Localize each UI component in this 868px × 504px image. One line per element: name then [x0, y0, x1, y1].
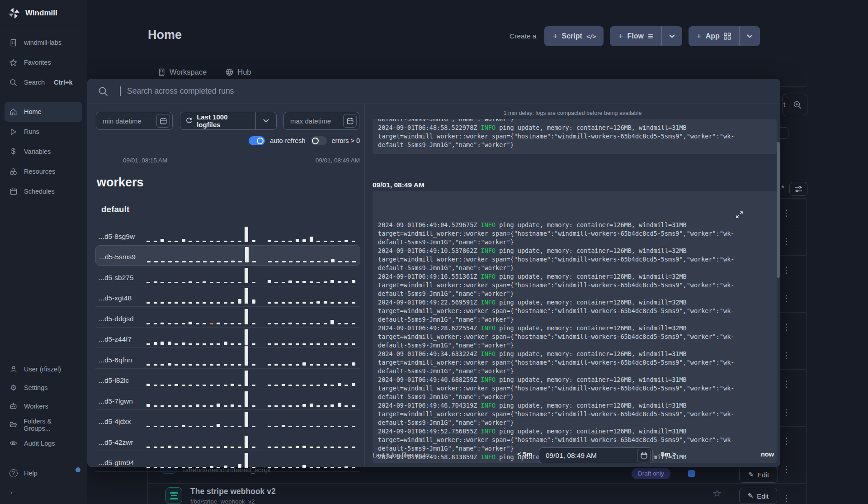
item-title: The stripe webhook v2 — [190, 487, 276, 496]
partial-button[interactable] — [779, 127, 788, 139]
back-5m-button[interactable]: < 5m — [517, 451, 532, 458]
plus-icon: + — [618, 31, 623, 41]
filter-settings-button[interactable] — [789, 182, 807, 196]
sidebar-item-settings[interactable]: ⚙ Settings — [0, 378, 87, 397]
settings-label: Settings — [24, 384, 47, 391]
kebab-menu-icon[interactable]: ⋮ — [782, 323, 791, 331]
kebab-menu-icon[interactable]: ⋮ — [782, 351, 791, 360]
brand[interactable]: Windmill — [0, 0, 87, 26]
expand-icon[interactable] — [736, 194, 773, 235]
tab-workspace[interactable]: Workspace — [158, 68, 207, 76]
sidebar-item-search[interactable]: Search Ctrl+k — [0, 72, 87, 92]
search-runs-button[interactable]: t — [782, 94, 807, 116]
sidebar-divider — [0, 97, 87, 97]
scrollbar-thumb[interactable] — [777, 142, 780, 278]
menu-icon: ≡ — [648, 31, 653, 42]
now-button[interactable]: now — [761, 451, 774, 458]
home-label: Home — [24, 108, 42, 115]
sidebar-item-home[interactable]: Home — [5, 102, 82, 122]
kebab-menu-icon[interactable]: ⋮ — [782, 266, 791, 274]
worker-id: ...d5-8sg9w — [99, 233, 135, 241]
create-flow-dropdown-button[interactable] — [661, 26, 682, 46]
worker-id: ...d5-l82lc — [99, 376, 129, 385]
list-item-flow[interactable]: The stripe webhook v2 f/bd/stripe_webhoo… — [148, 484, 806, 504]
sidebar-item-runs[interactable]: Runs — [0, 122, 87, 142]
plus-icon: + — [697, 31, 702, 41]
create-app-button[interactable]: + App — [689, 26, 739, 46]
variables-label: Variables — [24, 148, 51, 155]
worker-id: ...d5-42zwr — [99, 438, 133, 447]
create-flow-button[interactable]: + Flow ≡ — [610, 26, 661, 46]
folder-open-icon — [9, 421, 17, 428]
auto-refresh-toggle[interactable] — [249, 136, 265, 145]
runs-search-bar[interactable]: Search across completed runs — [87, 79, 780, 104]
kebab-menu-icon[interactable]: ⋮ — [782, 209, 791, 217]
kebab-menu-icon[interactable]: ⋮ — [782, 380, 791, 388]
calendar-icon[interactable] — [637, 449, 651, 462]
log-block-current: 2024-09-01T06:49:04.529675Z INFO ping up… — [373, 191, 777, 463]
worker-group-heading: default — [101, 204, 129, 214]
kebab-menu-icon[interactable]: ⋮ — [782, 237, 791, 246]
forward-5m-button[interactable]: 5m > — [661, 451, 676, 458]
sidebar-item-variables[interactable]: $ Variables — [0, 142, 87, 162]
sidebar-item-audit-logs[interactable]: Audit Logs — [0, 434, 87, 452]
search-placeholder: Search across completed runs — [127, 86, 234, 96]
min-datetime-input[interactable]: min datetime — [96, 112, 173, 130]
worker-id: ...d5-6qfnn — [99, 356, 132, 364]
worker-activity-sparkline — [146, 427, 359, 448]
search-tail-text: t — [783, 100, 785, 108]
create-row: Create a + Script </> + Flow ≡ — [509, 26, 760, 46]
runs-label: Runs — [24, 128, 39, 135]
kebab-menu-icon[interactable]: ⋮ — [782, 437, 791, 445]
worker-activity-sparkline — [146, 283, 359, 304]
sidebar-item-help[interactable]: ? Help — [0, 463, 87, 483]
workers-panel: min datetime Last 1000 logfiles max date… — [87, 104, 364, 467]
code-icon: </> — [586, 33, 595, 40]
sidebar-item-resources[interactable]: Resources — [0, 162, 87, 181]
max-datetime-label: max datetime — [290, 117, 331, 125]
kebab-menu-icon[interactable]: ⋮ — [782, 294, 791, 303]
workspace-label: windmill-labs — [24, 39, 61, 46]
logfile-datetime-input[interactable]: 09/01, 08:49 AM — [539, 447, 653, 463]
calendar-icon[interactable] — [156, 114, 170, 128]
sidebar-item-user[interactable]: User (rfiszel) — [0, 360, 87, 378]
grid-icon — [724, 33, 731, 40]
sidebar-item-folders-groups[interactable]: Folders & Groups... — [0, 415, 87, 434]
create-app-dropdown-button[interactable] — [739, 26, 760, 46]
sidebar-item-schedules[interactable]: Schedules — [0, 181, 87, 201]
chevron-down-icon — [669, 34, 675, 38]
collapse-sidebar-button[interactable]: ← — [0, 483, 87, 500]
kebab-menu-icon[interactable]: ⋮ — [782, 408, 791, 417]
building-icon — [9, 39, 18, 47]
worker-id: ...d5-ddgsd — [99, 315, 134, 323]
draft-only-badge: Draft only — [632, 468, 670, 479]
star-icon — [9, 59, 18, 67]
create-a-label: Create a — [509, 32, 536, 40]
refresh-icon — [186, 118, 192, 124]
max-datetime-input[interactable]: max datetime — [283, 112, 359, 130]
kebab-menu-icon[interactable]: ⋮ — [782, 494, 791, 502]
favorite-star-icon[interactable]: ☆ — [712, 488, 722, 499]
tab-hub[interactable]: Hub — [226, 68, 251, 76]
chevron-down-icon[interactable] — [255, 112, 276, 129]
worker-id: ...d5-z44f7 — [99, 335, 132, 343]
dollar-icon: $ — [9, 147, 18, 156]
logfiles-dropdown[interactable]: Last 1000 logfiles — [180, 112, 277, 130]
edit-button[interactable]: ✎ Edit — [739, 466, 778, 483]
worker-activity-sparkline — [146, 365, 359, 386]
service-logs-modal: Search across completed runs min datetim… — [87, 79, 780, 467]
worker-activity-sparkline — [146, 447, 359, 468]
create-app-label: App — [706, 32, 720, 40]
create-script-button[interactable]: + Script </> — [544, 26, 604, 46]
errors-toggle[interactable] — [311, 136, 327, 145]
calendar-icon[interactable] — [343, 114, 357, 128]
worker-row[interactable]: ...d5-gtm94 — [95, 451, 360, 472]
sidebar-item-workers[interactable]: Workers — [0, 397, 87, 415]
sidebar-item-workspace[interactable]: windmill-labs — [0, 33, 87, 52]
edit-button[interactable]: ✎ Edit — [739, 488, 777, 504]
kebab-menu-icon[interactable]: ⋮ — [782, 465, 791, 474]
play-icon — [9, 128, 18, 135]
auto-refresh-label: auto-refresh — [270, 137, 305, 144]
sidebar-item-favorites[interactable]: Favorites — [0, 52, 87, 72]
create-script-label: Script — [562, 32, 582, 40]
